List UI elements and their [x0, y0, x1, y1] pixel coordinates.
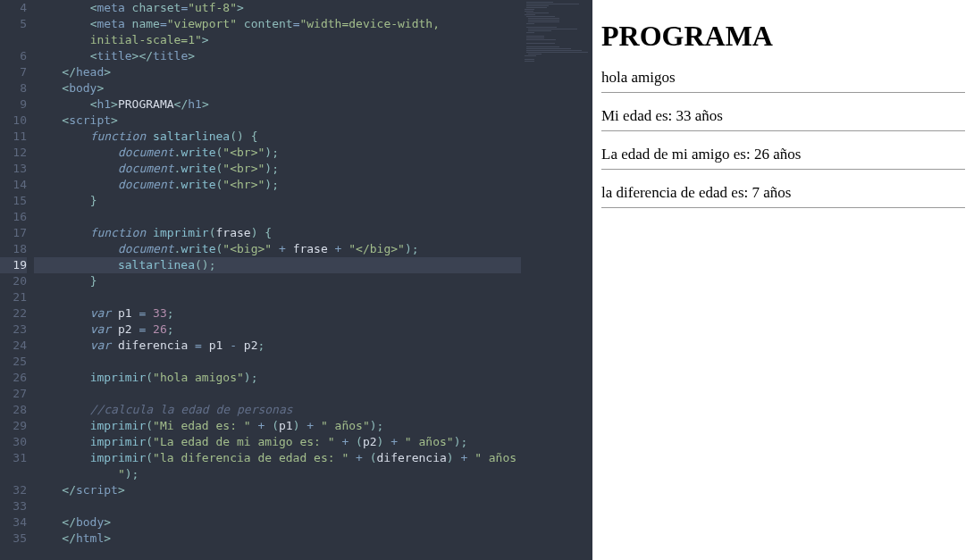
code-line[interactable]: </html>	[34, 531, 521, 547]
code-line[interactable]	[34, 386, 521, 402]
line-number[interactable]: 22	[0, 305, 27, 322]
preview-divider	[601, 207, 965, 208]
line-number[interactable]: 10	[0, 113, 27, 129]
code-line[interactable]: document.write("<br>");	[34, 145, 521, 161]
code-line[interactable]: document.write("<hr>");	[34, 177, 521, 193]
line-number[interactable]: 15	[0, 193, 27, 209]
minimap[interactable]	[521, 0, 592, 560]
code-line[interactable]: var p1 = 33;	[34, 305, 521, 322]
code-line[interactable]: <script>	[34, 113, 521, 129]
line-number[interactable]: 11	[0, 129, 27, 145]
code-editor[interactable]: 4567891011121314151617181920212223242526…	[0, 0, 592, 560]
line-number[interactable]: 18	[0, 241, 27, 257]
code-line[interactable]: saltarlinea();	[34, 257, 521, 273]
code-line[interactable]: function imprimir(frase) {	[34, 225, 521, 241]
preview-line: La edad de mi amigo es: 26 años	[601, 146, 965, 163]
code-line[interactable]: imprimir("Mi edad es: " + (p1) + " años"…	[34, 418, 521, 434]
code-line[interactable]: imprimir("hola amigos");	[34, 370, 521, 386]
line-number[interactable]: 16	[0, 209, 27, 225]
line-number[interactable]: 29	[0, 418, 27, 434]
code-line[interactable]: var p2 = 26;	[34, 322, 521, 338]
code-line[interactable]: </body>	[34, 514, 521, 531]
code-line[interactable]: <body>	[34, 80, 521, 96]
code-line[interactable]: imprimir("La edad de mi amigo es: " + (p…	[34, 434, 521, 450]
preview-heading: PROGRAMA	[601, 20, 965, 53]
preview-body: hola amigosMi edad es: 33 añosLa edad de…	[601, 69, 965, 208]
code-line[interactable]: <meta charset="utf-8">	[34, 0, 521, 16]
line-number[interactable]: 28	[0, 402, 27, 418]
code-line[interactable]: }	[34, 273, 521, 289]
code-line[interactable]: imprimir("la diferencia de edad es: " + …	[34, 450, 521, 466]
line-number[interactable]: 23	[0, 322, 27, 338]
code-line[interactable]: </script>	[34, 482, 521, 498]
code-line[interactable]: <h1>PROGRAMA</h1>	[34, 96, 521, 113]
line-number-gutter[interactable]: 4567891011121314151617181920212223242526…	[0, 0, 34, 560]
code-line[interactable]	[34, 498, 521, 514]
code-line[interactable]: document.write("<br>");	[34, 161, 521, 177]
code-line[interactable]: initial-scale=1">	[34, 32, 521, 48]
line-number[interactable]: 5	[0, 16, 27, 32]
line-number[interactable]: 8	[0, 80, 27, 96]
preview-divider	[601, 169, 965, 170]
line-number[interactable]: 6	[0, 48, 27, 64]
line-number[interactable]: 32	[0, 482, 27, 498]
code-line[interactable]: ");	[34, 466, 521, 482]
code-line[interactable]: }	[34, 193, 521, 209]
preview-divider	[601, 130, 965, 131]
line-number[interactable]: 13	[0, 161, 27, 177]
line-number[interactable]: 27	[0, 386, 27, 402]
line-number[interactable]	[0, 466, 27, 482]
line-number[interactable]: 33	[0, 498, 27, 514]
code-line[interactable]: <meta name="viewport" content="width=dev…	[34, 16, 521, 32]
line-number[interactable]: 20	[0, 273, 27, 289]
line-number[interactable]: 4	[0, 0, 27, 16]
line-number[interactable]: 7	[0, 64, 27, 80]
line-number[interactable]: 14	[0, 177, 27, 193]
line-number[interactable]: 35	[0, 531, 27, 547]
preview-line: hola amigos	[601, 69, 965, 87]
preview-line: la diferencia de edad es: 7 años	[601, 184, 965, 202]
line-number[interactable]	[0, 32, 27, 48]
line-number[interactable]: 26	[0, 370, 27, 386]
preview-line: Mi edad es: 33 años	[601, 107, 965, 125]
line-number[interactable]: 21	[0, 289, 27, 305]
code-line[interactable]: <title></title>	[34, 48, 521, 64]
line-number[interactable]: 31	[0, 450, 27, 466]
code-line[interactable]: document.write("<big>" + frase + "</big>…	[34, 241, 521, 257]
app-container: 4567891011121314151617181920212223242526…	[0, 0, 974, 560]
code-line[interactable]: function saltarlinea() {	[34, 129, 521, 145]
line-number[interactable]: 25	[0, 354, 27, 370]
code-line[interactable]: var diferencia = p1 - p2;	[34, 338, 521, 354]
code-line[interactable]	[34, 209, 521, 225]
line-number[interactable]: 17	[0, 225, 27, 241]
code-line[interactable]: //calcula la edad de personas	[34, 402, 521, 418]
line-number[interactable]: 9	[0, 96, 27, 113]
line-number[interactable]: 24	[0, 338, 27, 354]
code-area[interactable]: <meta charset="utf-8"> <meta name="viewp…	[34, 0, 521, 560]
code-line[interactable]	[34, 289, 521, 305]
browser-preview: PROGRAMA hola amigosMi edad es: 33 añosL…	[592, 0, 974, 560]
code-line[interactable]: </head>	[34, 64, 521, 80]
code-line[interactable]	[34, 354, 521, 370]
line-number[interactable]: 12	[0, 145, 27, 161]
line-number[interactable]: 30	[0, 434, 27, 450]
preview-divider	[601, 92, 965, 93]
line-number[interactable]: 19	[0, 257, 27, 273]
line-number[interactable]: 34	[0, 514, 27, 531]
